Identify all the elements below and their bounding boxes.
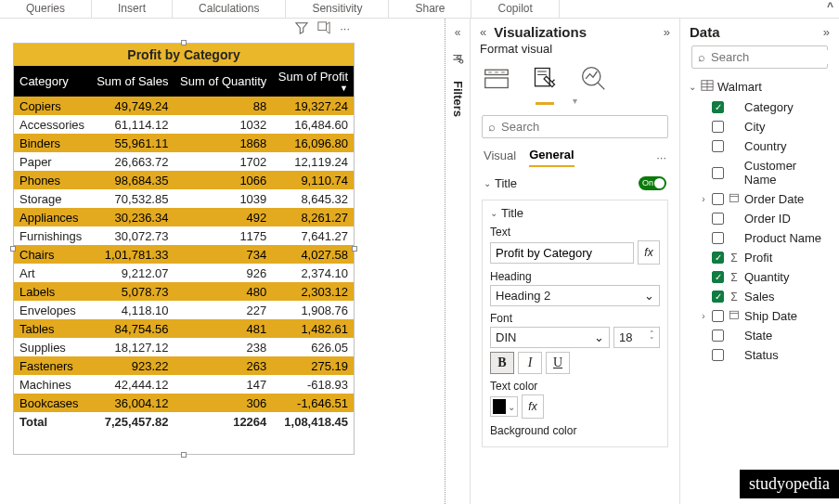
- format-visual-icon[interactable]: [532, 65, 558, 94]
- table-row[interactable]: Art9,212.079262,374.10: [14, 264, 354, 282]
- ribbon-collapse-icon[interactable]: ^: [821, 0, 839, 18]
- field-checkbox[interactable]: [712, 271, 724, 283]
- table-row[interactable]: Labels5,078.734802,303.12: [14, 282, 354, 301]
- build-visual-icon[interactable]: [484, 65, 510, 94]
- field-checkbox[interactable]: [712, 213, 724, 225]
- table-row[interactable]: Bookcases36,004.12306-1,646.51: [14, 394, 354, 412]
- expand-pane-icon[interactable]: »: [823, 25, 830, 39]
- expand-icon[interactable]: ›: [699, 311, 708, 321]
- ribbon-tab[interactable]: Calculations: [173, 0, 286, 18]
- field-checkbox[interactable]: [712, 193, 724, 205]
- chevron-down-icon[interactable]: ⌄: [490, 208, 497, 218]
- col-header[interactable]: Sum of Quantity: [174, 66, 272, 97]
- table-node[interactable]: ⌄ Walmart: [688, 76, 832, 97]
- ribbon-tab[interactable]: Queries: [0, 0, 92, 18]
- field-checkbox[interactable]: [712, 291, 724, 303]
- field-item[interactable]: Status: [688, 345, 832, 365]
- table-row[interactable]: Paper26,663.72170212,119.24: [14, 152, 354, 171]
- field-item[interactable]: Product Name: [688, 228, 832, 248]
- report-canvas[interactable]: ··· Profit by Category Category Sum of S…: [0, 19, 445, 504]
- field-item[interactable]: City: [688, 117, 832, 136]
- ribbon-tab[interactable]: Sensitivity: [286, 0, 389, 18]
- italic-button[interactable]: I: [518, 352, 542, 374]
- table-row[interactable]: Supplies18,127.12238626.05: [14, 338, 354, 356]
- field-item[interactable]: Country: [688, 136, 832, 156]
- field-item[interactable]: ›Ship Date: [688, 306, 832, 326]
- expand-filters-icon[interactable]: «: [455, 26, 461, 39]
- font-select[interactable]: DIN⌄: [490, 327, 610, 348]
- field-checkbox[interactable]: [712, 310, 724, 322]
- text-color-picker[interactable]: ⌄: [490, 396, 518, 417]
- tab-general[interactable]: General: [529, 148, 574, 167]
- table-row[interactable]: Envelopes4,118.102271,908.76: [14, 301, 354, 319]
- search-input[interactable]: [501, 120, 662, 134]
- filter-icon[interactable]: [295, 21, 308, 37]
- chevron-down-icon[interactable]: ⌄: [484, 178, 495, 188]
- pane-subtitle: Format visual: [471, 42, 679, 61]
- fx-button[interactable]: fx: [638, 240, 660, 265]
- pane-title: Visualizations: [494, 24, 664, 40]
- ribbon-tab[interactable]: Share: [389, 0, 471, 18]
- more-options-icon[interactable]: ···: [340, 21, 350, 37]
- data-search[interactable]: ⌕: [691, 45, 828, 69]
- col-header[interactable]: Sum of Profit▼: [272, 66, 354, 97]
- expand-icon[interactable]: ›: [699, 194, 708, 204]
- field-item[interactable]: State: [688, 326, 832, 345]
- table-row[interactable]: Appliances30,236.344928,261.27: [14, 208, 354, 226]
- field-item[interactable]: Category: [688, 97, 832, 117]
- table-row[interactable]: Binders55,961.11186816,096.80: [14, 134, 354, 152]
- table-row[interactable]: Furnishings30,072.7311757,641.27: [14, 226, 354, 245]
- field-item[interactable]: ›Order Date: [688, 189, 832, 209]
- underline-button[interactable]: U: [546, 352, 570, 374]
- analytics-icon[interactable]: [580, 65, 606, 94]
- resize-handle[interactable]: [181, 452, 187, 458]
- field-checkbox[interactable]: [712, 167, 724, 179]
- chevron-down-icon[interactable]: ⌄: [688, 82, 697, 92]
- focus-mode-icon[interactable]: [317, 21, 330, 37]
- resize-handle[interactable]: [10, 246, 16, 252]
- table-row[interactable]: Fasteners923.22263275.19: [14, 356, 354, 375]
- col-header[interactable]: Category: [14, 66, 91, 97]
- table-row[interactable]: Accessories61,114.12103216,484.60: [14, 115, 354, 134]
- table-visual[interactable]: ··· Profit by Category Category Sum of S…: [13, 43, 355, 455]
- table-row[interactable]: Copiers49,749.248819,327.24: [14, 97, 354, 115]
- table-row[interactable]: Machines42,444.12147-618.93: [14, 375, 354, 394]
- title-toggle[interactable]: On: [639, 176, 666, 190]
- table-row[interactable]: Chairs1,01,781.337344,027.58: [14, 245, 354, 264]
- field-item[interactable]: ΣSales: [688, 287, 832, 306]
- field-item[interactable]: ΣProfit: [688, 248, 832, 267]
- field-checkbox[interactable]: [712, 121, 724, 133]
- section-title[interactable]: Title: [495, 176, 517, 190]
- table-row[interactable]: Storage70,532.8510398,645.32: [14, 189, 354, 208]
- more-options-icon[interactable]: ···: [656, 150, 666, 164]
- field-checkbox[interactable]: [712, 101, 724, 113]
- format-search[interactable]: ⌕: [482, 115, 668, 138]
- table-row[interactable]: Phones98,684.3510669,110.74: [14, 171, 354, 189]
- collapse-pane-icon[interactable]: «: [480, 25, 486, 39]
- field-item[interactable]: Customer Name: [688, 156, 832, 189]
- bold-button[interactable]: B: [490, 352, 514, 374]
- field-checkbox[interactable]: [712, 232, 724, 244]
- filters-label[interactable]: Filters: [451, 81, 465, 117]
- expand-pane-icon[interactable]: »: [664, 25, 670, 39]
- col-header[interactable]: Sum of Sales: [91, 66, 174, 97]
- title-text-input[interactable]: [490, 242, 634, 264]
- field-checkbox[interactable]: [712, 252, 724, 264]
- fx-button[interactable]: fx: [522, 394, 544, 419]
- field-checkbox[interactable]: [712, 140, 724, 152]
- filter-icon[interactable]: [451, 52, 464, 68]
- field-name: Sales: [744, 290, 775, 304]
- field-item[interactable]: ΣQuantity: [688, 267, 832, 287]
- font-size-input[interactable]: 18˄˅: [613, 327, 660, 348]
- field-checkbox[interactable]: [712, 349, 724, 361]
- resize-handle[interactable]: [181, 40, 187, 45]
- ribbon-tab[interactable]: Copilot: [471, 0, 559, 18]
- table-row[interactable]: Tables84,754.564811,482.61: [14, 319, 354, 338]
- field-item[interactable]: Order ID: [688, 209, 832, 228]
- heading-select[interactable]: Heading 2⌄: [490, 285, 660, 306]
- tab-visual[interactable]: Visual: [484, 149, 516, 166]
- resize-handle[interactable]: [352, 246, 357, 252]
- ribbon-tab[interactable]: Insert: [92, 0, 173, 18]
- search-input[interactable]: [711, 50, 839, 64]
- field-checkbox[interactable]: [712, 330, 724, 342]
